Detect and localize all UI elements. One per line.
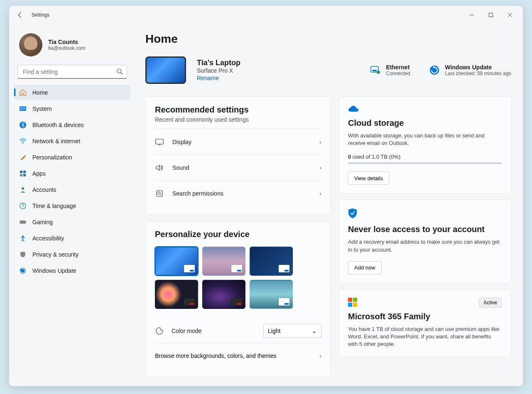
- sidebar-item-accounts[interactable]: Accounts: [14, 182, 130, 197]
- back-button[interactable]: [16, 11, 24, 19]
- nav-list: Home System Bluetooth & devices Network …: [14, 85, 130, 278]
- m365-card: Active Microsoft 365 Family You have 1 T…: [338, 289, 511, 357]
- device-name: Tia's Laptop: [197, 59, 240, 67]
- gamepad-icon: [19, 218, 27, 226]
- page-title: Home: [145, 32, 511, 46]
- sidebar-item-home[interactable]: Home: [14, 85, 130, 100]
- globe-clock-icon: [19, 202, 27, 210]
- sidebar-item-privacy[interactable]: Privacy & security: [14, 247, 130, 262]
- color-mode-select[interactable]: Light ⌄: [263, 324, 321, 338]
- sidebar-item-gaming[interactable]: Gaming: [14, 214, 130, 230]
- m365-status-badge: Active: [479, 298, 502, 308]
- person-icon: [19, 186, 27, 193]
- profile-button[interactable]: Tia Counts tia@outlook.com: [14, 28, 130, 65]
- maximize-button[interactable]: [481, 8, 500, 22]
- theme-option-4[interactable]: [155, 280, 198, 309]
- theme-option-1[interactable]: [155, 247, 198, 276]
- setting-sound[interactable]: Sound ›: [155, 155, 321, 181]
- setting-search-permissions[interactable]: Search permissions ›: [155, 181, 321, 206]
- rename-link[interactable]: Rename: [197, 75, 219, 81]
- svg-line-5: [121, 73, 123, 74]
- add-now-button[interactable]: Add now: [348, 261, 382, 274]
- bluetooth-icon: [19, 121, 27, 129]
- color-mode-label: Color mode: [172, 328, 256, 334]
- settings-window: Settings Tia Counts tia@outlook.com: [9, 6, 523, 386]
- setting-display[interactable]: Display ›: [155, 129, 321, 155]
- color-mode-value: Light: [268, 328, 280, 334]
- svg-point-14: [22, 187, 24, 190]
- nav-label: Apps: [32, 170, 46, 177]
- m365-title: Microsoft 365 Family: [348, 312, 502, 321]
- svg-rect-11: [23, 171, 26, 173]
- close-button[interactable]: [500, 8, 520, 22]
- sidebar-item-bluetooth[interactable]: Bluetooth & devices: [14, 117, 130, 132]
- search-input[interactable]: [17, 65, 127, 79]
- profile-email: tia@outlook.com: [48, 45, 86, 51]
- sidebar-item-accessibility[interactable]: Accessibility: [14, 230, 130, 246]
- chevron-right-icon: ›: [319, 190, 321, 197]
- update-icon: [429, 64, 440, 76]
- svg-rect-25: [157, 191, 162, 196]
- theme-option-6[interactable]: [250, 280, 293, 309]
- nav-label: Gaming: [32, 219, 53, 225]
- sidebar-item-personalization[interactable]: Personalization: [14, 149, 130, 165]
- palette-icon: [155, 327, 164, 335]
- device-model: Surface Pro X: [197, 67, 240, 74]
- chevron-right-icon: ›: [319, 352, 321, 359]
- sidebar-item-windows-update[interactable]: Windows Update: [14, 263, 130, 278]
- browse-more-link[interactable]: Browse more backgrounds, colors, and the…: [155, 343, 321, 368]
- theme-option-5[interactable]: [202, 280, 245, 309]
- svg-point-4: [117, 69, 121, 73]
- personalize-title: Personalize your device: [155, 230, 321, 239]
- nav-label: Accessibility: [32, 235, 64, 242]
- home-icon: [19, 89, 27, 96]
- update-status[interactable]: Windows UpdateLast checked: 59 minutes a…: [429, 64, 511, 76]
- nav-label: Privacy & security: [32, 251, 78, 258]
- display-icon: [155, 139, 164, 145]
- svg-rect-12: [20, 174, 22, 176]
- update-icon: [19, 267, 27, 274]
- nav-label: Accounts: [32, 186, 56, 193]
- nav-label: Home: [32, 89, 48, 96]
- setting-label: Search permissions: [172, 190, 311, 197]
- avatar: [19, 33, 42, 56]
- svg-rect-16: [20, 220, 26, 224]
- update-sub: Last checked: 59 minutes ago: [445, 71, 511, 76]
- network-sub: Connected: [386, 71, 410, 76]
- recovery-card: Never lose access to your account Add a …: [338, 199, 511, 283]
- chevron-down-icon: ⌄: [312, 328, 317, 334]
- sidebar: Tia Counts tia@outlook.com Home System B…: [9, 24, 135, 386]
- view-details-button[interactable]: View details: [348, 171, 389, 185]
- device-image: [145, 56, 186, 84]
- personalize-card: Personalize your device Color mode: [145, 221, 331, 377]
- nav-label: Time & language: [32, 203, 76, 209]
- paintbrush-icon: [19, 154, 27, 161]
- sidebar-item-apps[interactable]: Apps: [14, 166, 130, 181]
- theme-option-3[interactable]: [250, 247, 293, 276]
- browse-label: Browse more backgrounds, colors, and the…: [155, 352, 277, 359]
- window-title: Settings: [32, 12, 49, 18]
- svg-rect-7: [20, 107, 26, 110]
- svg-point-21: [377, 71, 380, 74]
- nav-label: System: [32, 105, 52, 112]
- recovery-title: Never lose access to your account: [348, 225, 502, 234]
- chevron-right-icon: ›: [319, 164, 321, 171]
- microsoft-logo-icon: [348, 298, 357, 307]
- m365-desc: You have 1 TB of cloud storage and can u…: [348, 325, 502, 348]
- theme-grid: [155, 247, 321, 309]
- recommended-settings-card: Recommended settings Recent and commonly…: [145, 96, 331, 215]
- theme-option-2[interactable]: [202, 247, 245, 276]
- update-title: Windows Update: [445, 64, 511, 71]
- network-status[interactable]: EthernetConnected: [370, 64, 410, 76]
- sidebar-item-network[interactable]: Network & internet: [14, 133, 130, 149]
- shield-check-icon: [348, 213, 357, 220]
- nav-label: Bluetooth & devices: [32, 122, 84, 128]
- svg-rect-1: [489, 13, 493, 17]
- minimize-button[interactable]: [462, 8, 481, 22]
- recommended-title: Recommended settings: [155, 105, 321, 115]
- sidebar-item-time-language[interactable]: Time & language: [14, 198, 130, 213]
- nav-label: Personalization: [32, 154, 72, 161]
- svg-rect-20: [373, 70, 377, 71]
- ethernet-icon: [370, 64, 381, 76]
- sidebar-item-system[interactable]: System: [14, 101, 130, 116]
